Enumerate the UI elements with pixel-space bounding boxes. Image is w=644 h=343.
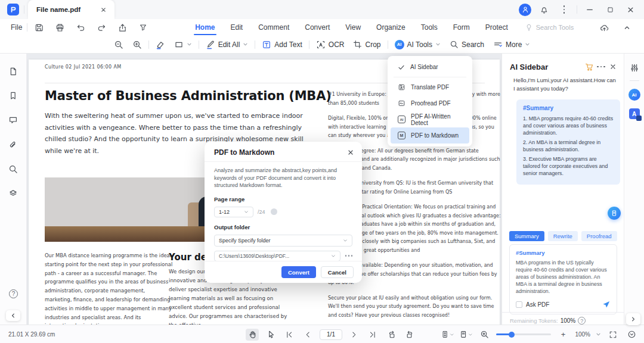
save-button[interactable] — [31, 20, 47, 35]
modal-close-icon[interactable] — [348, 149, 354, 155]
tokens-help-icon[interactable]: ? — [578, 317, 586, 325]
search-tools-field[interactable]: Search Tools — [525, 23, 574, 32]
tab-rewrite[interactable]: Rewrite — [548, 231, 578, 241]
layers-panel-icon[interactable] — [6, 186, 20, 201]
fullscreen-button[interactable] — [606, 329, 620, 341]
window-minimize-button[interactable] — [582, 2, 597, 17]
collapse-right-panel-button[interactable] — [626, 313, 640, 325]
left-panel-rail: ? — [0, 54, 27, 325]
customize-toolbar-icon[interactable] — [135, 20, 151, 35]
edit-all-button[interactable]: Edit All — [203, 38, 251, 51]
tab-summary[interactable]: Summary — [509, 231, 544, 241]
menu-item-pdf-to-markdown[interactable]: M PDF to Markdown — [391, 127, 469, 144]
chevron-down-icon[interactable] — [596, 332, 601, 337]
output-folder-select[interactable]: Specify Specify folder — [214, 235, 352, 247]
zoom-in-button[interactable] — [130, 38, 144, 51]
zoom-lens-button[interactable] — [478, 329, 491, 341]
tab-home[interactable]: Home — [194, 21, 216, 34]
page-total: /24 — [258, 209, 265, 215]
text-box-icon — [262, 40, 271, 49]
last-page-button[interactable] — [366, 329, 379, 341]
ai-tools-button[interactable]: AIAI Tools — [392, 38, 443, 51]
tab-convert[interactable]: Convert — [304, 21, 331, 34]
help-icon[interactable]: ? — [9, 289, 18, 298]
ai-assistant-icon[interactable]: AI — [628, 89, 640, 101]
tab-edit[interactable]: Edit — [230, 21, 244, 34]
crop-button[interactable]: Crop — [351, 38, 383, 51]
ai-sidebar-more-menu[interactable] — [595, 60, 607, 74]
shape-tool-button[interactable] — [172, 38, 194, 51]
tab-close-icon[interactable] — [101, 7, 106, 13]
file-menu[interactable]: File — [6, 23, 27, 32]
chevron-down-icon — [468, 332, 473, 337]
print-button[interactable] — [52, 20, 67, 35]
menu-item-pdf-ai-written-detect[interactable]: AI PDF AI-Written Detect — [391, 111, 469, 127]
comments-panel-icon[interactable] — [6, 113, 20, 127]
collapse-toolbar-icon[interactable] — [619, 20, 634, 35]
scroll-mode-button[interactable] — [441, 329, 454, 341]
user-avatar[interactable] — [519, 4, 531, 16]
bookmarks-panel-icon[interactable] — [6, 89, 20, 103]
notifications-bell-icon[interactable] — [536, 2, 552, 17]
translate-icon[interactable]: A — [629, 108, 640, 119]
next-page-button[interactable] — [348, 329, 361, 341]
titlebar-kebab-menu[interactable] — [556, 2, 572, 17]
select-tool-button[interactable] — [264, 329, 277, 341]
highlighter-button[interactable] — [153, 38, 168, 51]
tab-comment[interactable]: Comment — [257, 21, 290, 34]
ocr-button[interactable]: OCR — [314, 38, 347, 51]
convert-button[interactable]: Convert — [281, 266, 316, 278]
search-button[interactable]: Search — [447, 38, 487, 51]
menu-item-ai-sidebar[interactable]: AI Sidebar — [391, 59, 469, 75]
more-button[interactable]: More — [491, 38, 532, 51]
ai-tools-dropdown: AI Sidebar Translate PDF Proofread PDF A… — [388, 56, 472, 146]
previous-page-button[interactable] — [301, 329, 314, 341]
cancel-button[interactable]: Cancel — [321, 266, 354, 278]
undo-button[interactable] — [73, 20, 88, 35]
ask-pdf-checkbox[interactable] — [516, 301, 522, 308]
rotate-right-button[interactable] — [403, 329, 416, 341]
search-panel-icon[interactable] — [6, 162, 20, 176]
menu-item-label: Proofread PDF — [411, 100, 451, 107]
window-maximize-button[interactable] — [602, 2, 618, 17]
browse-folder-button[interactable] — [345, 255, 353, 257]
ai-quick-action-button[interactable] — [608, 207, 621, 220]
window-close-button[interactable] — [623, 2, 638, 17]
zoom-slider[interactable] — [496, 333, 551, 335]
send-icon[interactable] — [602, 300, 611, 309]
page-view-mode-button[interactable] — [459, 329, 472, 341]
collapse-statusbar-button[interactable] — [625, 329, 638, 341]
chevron-down-icon — [244, 210, 249, 214]
redo-button[interactable] — [94, 20, 109, 35]
crop-label: Crop — [365, 40, 380, 49]
tab-protect[interactable]: Protect — [484, 21, 509, 34]
cart-icon[interactable] — [583, 60, 595, 74]
zoom-slider-knob[interactable] — [509, 332, 515, 338]
hand-tool-button[interactable] — [246, 329, 259, 341]
tab-view[interactable]: View — [344, 21, 362, 34]
zoom-out-button[interactable] — [112, 38, 126, 51]
cloud-upload-icon[interactable] — [596, 20, 612, 35]
menu-item-translate-pdf[interactable]: Translate PDF — [391, 79, 469, 95]
zoom-level[interactable]: 100% — [575, 331, 590, 338]
menu-item-proofread-pdf[interactable]: Proofread PDF — [391, 95, 469, 111]
rotate-left-button[interactable] — [385, 329, 398, 341]
tab-form[interactable]: Form — [452, 21, 471, 34]
collapse-left-panel-button[interactable] — [6, 310, 20, 321]
document-tab[interactable]: File name.pdf — [28, 0, 114, 19]
ai-tabs: Summary Rewrite Proofread — [509, 231, 620, 241]
tab-organize[interactable]: Organize — [375, 21, 407, 34]
thumbnails-panel-icon[interactable] — [6, 64, 20, 79]
zoom-increase-button[interactable]: + — [556, 329, 569, 341]
add-text-button[interactable]: Add Text — [259, 38, 304, 51]
page-range-select[interactable]: 1-12 — [214, 207, 253, 217]
tab-tools[interactable]: Tools — [420, 21, 439, 34]
share-button[interactable] — [114, 20, 130, 35]
page-number-input[interactable]: 1/1 — [320, 329, 342, 340]
tab-proofread[interactable]: Proofread — [581, 231, 617, 241]
ai-settings-sliders-icon[interactable] — [630, 63, 639, 73]
first-page-button[interactable] — [283, 329, 296, 341]
attachments-panel-icon[interactable] — [6, 138, 20, 152]
folder-path-input[interactable]: C:\Users\13609\Desktop\PDF... — [214, 251, 340, 261]
ai-sidebar-close-icon[interactable] — [607, 60, 619, 74]
